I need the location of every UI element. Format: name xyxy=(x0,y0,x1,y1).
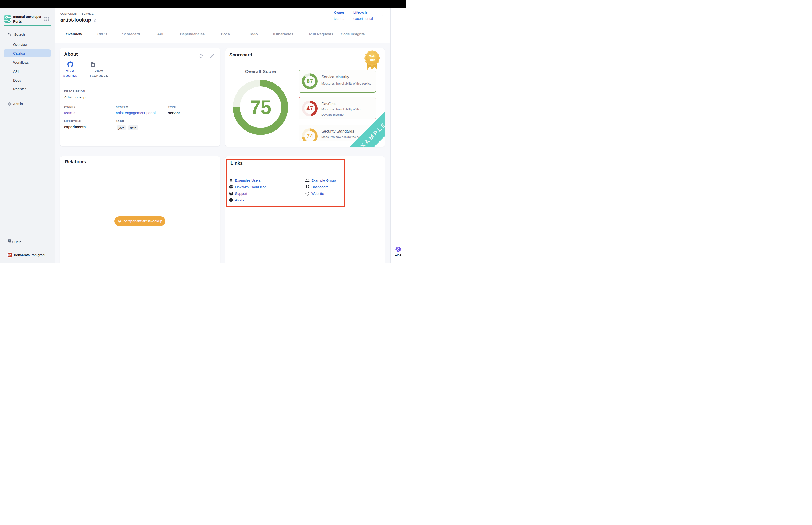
svg-text:Tier: Tier xyxy=(369,58,375,62)
svg-text:Gold: Gold xyxy=(369,55,376,58)
